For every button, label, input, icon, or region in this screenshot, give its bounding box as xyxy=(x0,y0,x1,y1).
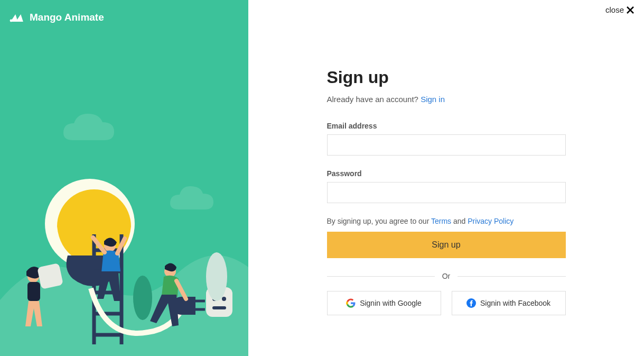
page-title: Sign up xyxy=(327,68,566,87)
svg-rect-18 xyxy=(27,282,40,301)
brand-logo-icon xyxy=(10,12,25,23)
illustration-panel: Mango Animate xyxy=(0,0,248,356)
hero-illustration xyxy=(0,92,248,356)
facebook-icon xyxy=(466,298,476,308)
signup-button[interactable]: Sign up xyxy=(327,232,566,258)
close-button[interactable]: close xyxy=(605,5,634,14)
svg-point-16 xyxy=(206,252,227,301)
email-group: Email address xyxy=(327,122,566,156)
brand-name: Mango Animate xyxy=(30,12,104,23)
signin-link[interactable]: Sign in xyxy=(421,95,445,104)
or-divider: Or xyxy=(327,272,566,280)
signup-form: Sign up Already have an account? Sign in… xyxy=(327,68,566,356)
already-account-line: Already have an account? Sign in xyxy=(327,95,566,104)
password-group: Password xyxy=(327,169,566,203)
google-label: Signin with Google xyxy=(360,299,422,307)
password-input[interactable] xyxy=(327,182,566,203)
password-label: Password xyxy=(327,169,566,178)
terms-link[interactable]: Terms xyxy=(431,217,451,225)
svg-rect-12 xyxy=(212,306,226,309)
privacy-link[interactable]: Privacy Policy xyxy=(468,217,514,225)
close-label: close xyxy=(605,5,624,14)
svg-point-11 xyxy=(222,297,226,301)
brand: Mango Animate xyxy=(10,12,104,23)
signup-panel: close Sign up Already have an account? S… xyxy=(248,0,644,356)
facebook-signin-button[interactable]: Signin with Facebook xyxy=(452,291,566,315)
email-label: Email address xyxy=(327,122,566,130)
google-icon xyxy=(346,298,356,308)
close-icon xyxy=(626,6,634,14)
facebook-label: Signin with Facebook xyxy=(480,299,550,307)
email-input[interactable] xyxy=(327,134,566,156)
social-row: Signin with Google Signin with Facebook xyxy=(327,291,566,315)
agree-line: By signing up, you agree to our Terms an… xyxy=(327,217,566,225)
svg-point-15 xyxy=(133,276,152,320)
google-signin-button[interactable]: Signin with Google xyxy=(327,291,441,315)
svg-rect-19 xyxy=(37,263,63,289)
